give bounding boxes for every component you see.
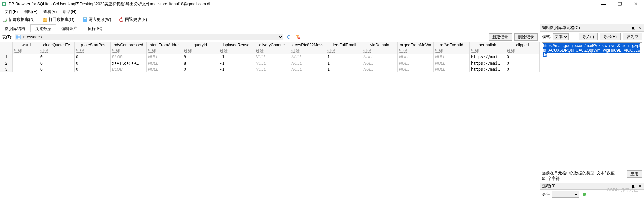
- column-filter[interactable]: [435, 49, 468, 53]
- table-cell[interactable]: NULL: [362, 60, 397, 66]
- column-filter[interactable]: [399, 49, 432, 53]
- write-changes-button[interactable]: 写入更改(W): [83, 17, 111, 23]
- column-header[interactable]: permalink: [470, 42, 505, 48]
- new-database-button[interactable]: 新建数据库(N): [3, 17, 35, 23]
- table-select[interactable]: messages: [15, 34, 283, 40]
- column-filter[interactable]: [220, 49, 253, 53]
- tab-pragmas[interactable]: 编辑杂注: [56, 24, 83, 32]
- table-cell[interactable]: NULL: [434, 54, 470, 60]
- column-filter[interactable]: [40, 49, 73, 53]
- table-cell[interactable]: 0: [39, 54, 74, 60]
- mode-select[interactable]: 文本: [553, 33, 569, 40]
- table-cell[interactable]: BLOB: [110, 66, 146, 72]
- minimize-button[interactable]: —: [598, 1, 608, 7]
- tab-browse-data[interactable]: 浏览数据: [30, 24, 56, 32]
- table-cell[interactable]: NULL: [290, 60, 326, 66]
- table-row[interactable]: 300BLOBNULL0-1NULLNULL1NULLNULLNULLhttps…: [0, 66, 540, 72]
- table-cell[interactable]: NULL: [397, 54, 433, 60]
- apply-button[interactable]: 应用: [627, 170, 642, 178]
- panel-undock-icon[interactable]: ◧: [631, 26, 636, 30]
- set-null-button[interactable]: 设为空: [623, 33, 642, 40]
- table-cell[interactable]: NULL: [397, 60, 433, 66]
- panel-undock-icon[interactable]: ◧: [631, 184, 636, 188]
- column-header[interactable]: queryId: [182, 42, 218, 48]
- column-filter[interactable]: [327, 49, 360, 53]
- column-header[interactable]: quoteStartPos: [74, 42, 110, 48]
- revert-changes-button[interactable]: 回退更改(R): [119, 17, 147, 23]
- table-cell[interactable]: -1: [218, 54, 254, 60]
- table-cell[interactable]: 0: [74, 66, 110, 72]
- data-grid[interactable]: rwardcludeQuotedTequoteStartPosodyCompre…: [0, 42, 540, 199]
- table-row[interactable]: 200x♦♦TKo♦@♦♦…NULL8-1NULLNULL1NULLNULLNU…: [0, 60, 540, 66]
- table-cell[interactable]: 0: [505, 54, 540, 60]
- table-cell[interactable]: https://mai…: [470, 54, 505, 60]
- delete-record-button[interactable]: 删除记录: [514, 33, 538, 41]
- table-cell[interactable]: 8: [182, 60, 218, 66]
- table-cell[interactable]: NULL: [146, 54, 182, 60]
- column-filter[interactable]: [76, 49, 109, 53]
- column-filter[interactable]: [471, 49, 504, 53]
- menu-view[interactable]: 查看(V): [41, 8, 59, 15]
- tab-execute-sql[interactable]: 执行 SQL: [83, 24, 110, 32]
- table-cell[interactable]: NULL: [254, 54, 290, 60]
- table-cell[interactable]: 0: [182, 66, 218, 72]
- column-filter[interactable]: [112, 49, 145, 53]
- table-cell[interactable]: NULL: [254, 60, 290, 66]
- table-cell[interactable]: NULL: [254, 66, 290, 72]
- column-header[interactable]: rward: [12, 42, 39, 48]
- table-cell[interactable]: 0: [74, 60, 110, 66]
- column-header[interactable]: orgedFromMeWa: [397, 42, 433, 48]
- table-cell[interactable]: 0: [74, 54, 110, 60]
- export-button[interactable]: 导出(E): [600, 33, 621, 40]
- column-header[interactable]: stomFromAddre: [146, 42, 182, 48]
- column-header[interactable]: clipped: [505, 42, 540, 48]
- open-database-button[interactable]: 打开数据库(O): [43, 17, 74, 23]
- column-header[interactable]: viaDomain: [362, 42, 397, 48]
- close-button[interactable]: ✕: [631, 1, 641, 7]
- table-cell[interactable]: 0: [505, 66, 540, 72]
- table-cell[interactable]: 0: [505, 60, 540, 66]
- table-cell[interactable]: [12, 54, 39, 60]
- cell-editor[interactable]: https://mail.google.com/mail/?extsrc=syn…: [542, 42, 642, 168]
- column-filter[interactable]: [291, 49, 324, 53]
- column-header[interactable]: dersFullEmail: [326, 42, 362, 48]
- refresh-button[interactable]: [285, 34, 292, 40]
- new-record-button[interactable]: 新建记录: [489, 33, 512, 41]
- table-cell[interactable]: NULL: [290, 66, 326, 72]
- table-cell[interactable]: https://mai…: [470, 60, 505, 66]
- table-cell[interactable]: NULL: [146, 66, 182, 72]
- column-header[interactable]: eliveryChanne: [254, 42, 290, 48]
- column-filter[interactable]: [256, 49, 288, 53]
- table-cell[interactable]: 8: [182, 54, 218, 60]
- identity-select[interactable]: [552, 191, 579, 198]
- column-header[interactable]: odyCompressed: [110, 42, 146, 48]
- column-header[interactable]: refAdEventId: [434, 42, 470, 48]
- table-cell[interactable]: 1: [326, 60, 362, 66]
- column-header[interactable]: acesRfc822Mess: [290, 42, 326, 48]
- column-filter[interactable]: [14, 49, 37, 53]
- table-cell[interactable]: 1: [326, 66, 362, 72]
- clear-filter-button[interactable]: [294, 34, 301, 40]
- remote-refresh-icon[interactable]: [581, 191, 588, 198]
- table-cell[interactable]: NULL: [362, 54, 397, 60]
- import-button[interactable]: 导入(I): [579, 33, 598, 40]
- table-cell[interactable]: NULL: [397, 66, 433, 72]
- table-cell[interactable]: BLOB: [110, 54, 146, 60]
- table-cell[interactable]: 0: [39, 66, 74, 72]
- menu-file[interactable]: 文件(F): [2, 8, 20, 15]
- table-cell[interactable]: 1: [326, 54, 362, 60]
- menu-edit[interactable]: 编辑(E): [21, 8, 40, 15]
- table-cell[interactable]: -1: [218, 66, 254, 72]
- table-cell[interactable]: NULL: [290, 54, 326, 60]
- table-cell[interactable]: NULL: [362, 66, 397, 72]
- table-cell[interactable]: [12, 60, 39, 66]
- column-filter[interactable]: [148, 49, 181, 53]
- column-filter[interactable]: [184, 49, 217, 53]
- column-filter[interactable]: [363, 49, 396, 53]
- table-cell[interactable]: NULL: [146, 60, 182, 66]
- column-header[interactable]: isplayedReaso: [218, 42, 254, 48]
- table-cell[interactable]: x♦♦TKo♦@♦♦…: [110, 60, 146, 66]
- column-filter[interactable]: [507, 49, 538, 53]
- panel-close-icon[interactable]: ✕: [637, 26, 642, 30]
- table-cell[interactable]: NULL: [434, 66, 470, 72]
